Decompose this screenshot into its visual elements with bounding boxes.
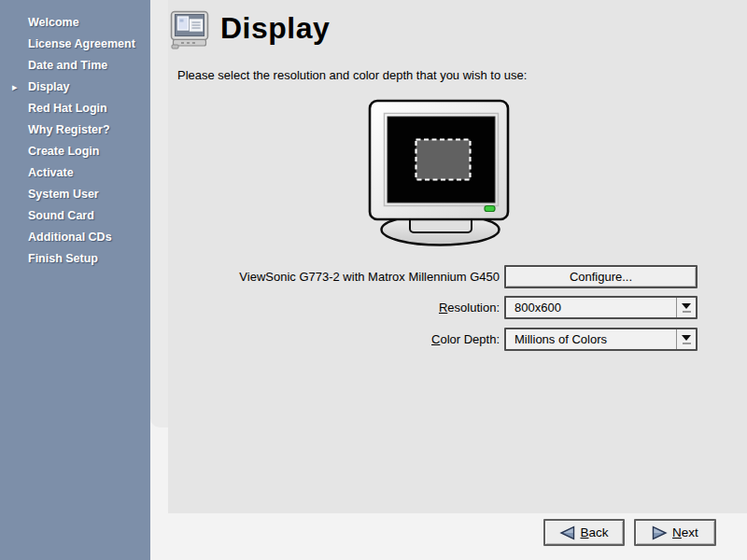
configure-button[interactable]: Configure... — [504, 265, 698, 288]
back-mnemonic: B — [580, 525, 588, 539]
next-button[interactable]: Next — [634, 519, 716, 546]
next-rest: ext — [682, 525, 698, 539]
sidebar-item-date-and-time: Date and Time — [0, 55, 150, 77]
resolution-dropdown-arrow-button[interactable] — [676, 298, 696, 317]
back-button[interactable]: Back — [543, 519, 625, 546]
sidebar-item-why-register: Why Register? — [0, 119, 150, 141]
display-monitor-icon — [170, 10, 209, 53]
back-arrow-icon — [559, 525, 575, 540]
resolution-label: Resolution: — [439, 301, 500, 315]
resolution-dropdown-value: 747x560 — [506, 298, 676, 317]
page-subtitle: Please select the resolution and color d… — [177, 68, 527, 82]
monitor-illustration — [367, 97, 512, 253]
resolution-preview-rect — [416, 140, 471, 180]
firstboot-display-screen: { "sidebar": { "items": [ "Welcome", "Li… — [0, 0, 747, 560]
sidebar-item-label: Display — [28, 80, 69, 93]
sidebar-item-finish-setup: Finish Setup — [0, 248, 150, 270]
content-left-strip — [150, 0, 168, 427]
device-description-label: ViewSonic G773-2 with Matrox Millennium … — [239, 270, 500, 284]
color-depth-dropdown-value: Millions of Colors — [506, 329, 676, 349]
color-depth-label-mnemonic: C — [431, 332, 440, 346]
color-depth-dropdown[interactable]: Millions of Colors — [504, 328, 698, 351]
sidebar-item-welcome: Welcome — [0, 12, 150, 34]
resolution-label-mnemonic: R — [439, 301, 447, 315]
sidebar-item-license-agreement: License Agreement — [0, 34, 150, 55]
chevron-down-icon — [682, 335, 691, 341]
sidebar-item-red-hat-login: Red Hat Login — [0, 98, 150, 119]
power-led — [485, 206, 495, 212]
next-button-label: Next — [672, 525, 698, 539]
page-title: Display — [220, 11, 330, 46]
color-depth-label: Color Depth: — [431, 332, 500, 346]
resolution-label-rest: esolution: — [447, 301, 500, 315]
color-depth-dropdown-arrow-button[interactable] — [676, 329, 696, 349]
sidebar-item-additional-cds: Additional CDs — [0, 227, 150, 248]
next-arrow-icon — [652, 525, 668, 540]
resolution-dropdown[interactable]: 747x560 — [504, 296, 698, 319]
back-rest: ack — [589, 525, 609, 539]
back-button-label: Back — [580, 525, 608, 539]
color-depth-label-rest: olor Depth: — [440, 332, 500, 346]
sidebar-item-sound-card: Sound Card — [0, 205, 150, 227]
sidebar-item-system-user: System User — [0, 184, 150, 205]
dropdown-dash-icon — [683, 343, 691, 344]
setup-steps-sidebar: Welcome License Agreement Date and Time … — [0, 0, 150, 560]
chevron-down-icon — [682, 303, 691, 309]
sidebar-item-activate: Activate — [0, 162, 150, 184]
configure-button-label: Configure... — [570, 270, 632, 284]
next-mnemonic: N — [672, 525, 682, 539]
sidebar-item-display-active: ▸Display — [0, 77, 150, 98]
sidebar-item-create-login: Create Login — [0, 141, 150, 162]
active-step-arrow-icon: ▸ — [12, 77, 18, 98]
dropdown-dash-icon — [683, 311, 691, 313]
